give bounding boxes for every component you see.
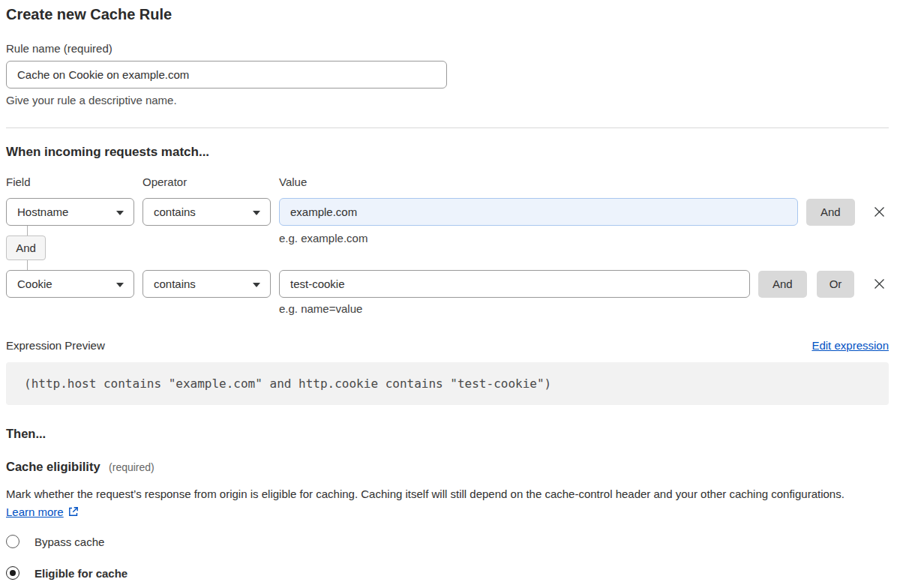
column-labels: Field Operator Value bbox=[6, 176, 889, 188]
field-column-label: Field bbox=[6, 176, 142, 188]
close-icon bbox=[873, 206, 886, 218]
chevron-down-icon bbox=[116, 283, 124, 287]
field-select-row-1-value: Hostname bbox=[17, 206, 68, 218]
connector-line-bottom bbox=[27, 260, 28, 270]
add-or-condition-button-row-2[interactable]: Or bbox=[817, 271, 855, 298]
expression-preview-header: Expression Preview Edit expression bbox=[6, 339, 889, 352]
then-heading: Then... bbox=[6, 426, 889, 441]
match-row-2: Cookie contains And Or bbox=[6, 270, 889, 298]
value-hint-row-1: e.g. example.com bbox=[279, 232, 368, 244]
value-column-label: Value bbox=[279, 176, 307, 188]
remove-condition-button-row-2[interactable] bbox=[873, 278, 886, 290]
radio-option-bypass-cache[interactable]: Bypass cache bbox=[6, 535, 104, 548]
expression-code-block: (http.host contains "example.com" and ht… bbox=[6, 362, 889, 405]
learn-more-link[interactable]: Learn more bbox=[6, 506, 64, 518]
match-heading: When incoming requests match... bbox=[6, 145, 889, 160]
cache-eligibility-header: Cache eligibility (required) bbox=[6, 459, 889, 475]
operator-select-row-1-value: contains bbox=[154, 206, 196, 218]
operator-select-row-2[interactable]: contains bbox=[142, 270, 271, 298]
rule-name-helper: Give your rule a descriptive name. bbox=[6, 94, 889, 106]
radio-option-eligible-for-cache[interactable]: Eligible for cache bbox=[6, 566, 128, 580]
rule-name-label: Rule name (required) bbox=[6, 42, 889, 55]
condition-connector-area: And e.g. example.com bbox=[6, 226, 889, 270]
operator-select-row-2-value: contains bbox=[154, 278, 196, 290]
cache-eligibility-description: Mark whether the request’s response from… bbox=[6, 485, 872, 521]
field-select-row-2-value: Cookie bbox=[17, 278, 52, 290]
external-link-icon bbox=[68, 506, 79, 518]
operator-select-row-1[interactable]: contains bbox=[142, 198, 271, 226]
close-icon bbox=[873, 278, 886, 290]
expression-preview-label: Expression Preview bbox=[6, 339, 105, 352]
value-input-row-2[interactable] bbox=[279, 270, 750, 298]
connector-line-top bbox=[27, 226, 28, 236]
operator-column-label: Operator bbox=[142, 176, 279, 188]
add-and-condition-button-row-2[interactable]: And bbox=[758, 271, 807, 298]
edit-expression-link[interactable]: Edit expression bbox=[812, 339, 889, 352]
value-hint-row-2: e.g. name=value bbox=[279, 302, 889, 315]
radio-label-bypass-cache: Bypass cache bbox=[34, 536, 104, 548]
chevron-down-icon bbox=[116, 211, 124, 215]
cache-eligibility-title: Cache eligibility bbox=[6, 460, 100, 473]
match-row-1: Hostname contains And bbox=[6, 198, 889, 226]
radio-unchecked-icon bbox=[6, 535, 20, 548]
create-cache-rule-page: Create new Cache Rule Rule name (require… bbox=[0, 0, 900, 588]
connector-and-toggle-button[interactable]: And bbox=[6, 236, 46, 260]
field-select-row-2[interactable]: Cookie bbox=[6, 270, 134, 298]
page-title: Create new Cache Rule bbox=[6, 4, 889, 24]
radio-checked-icon bbox=[6, 566, 20, 580]
value-input-row-1[interactable] bbox=[279, 198, 798, 226]
radio-label-eligible-for-cache: Eligible for cache bbox=[34, 567, 128, 580]
rule-name-input[interactable] bbox=[6, 61, 447, 88]
section-divider bbox=[6, 128, 889, 128]
remove-condition-button-row-1[interactable] bbox=[873, 206, 886, 218]
chevron-down-icon bbox=[253, 283, 260, 287]
description-text: Mark whether the request’s response from… bbox=[6, 488, 844, 500]
required-indicator: (required) bbox=[109, 461, 154, 473]
add-and-condition-button-row-1[interactable]: And bbox=[806, 199, 855, 226]
chevron-down-icon bbox=[253, 211, 260, 215]
field-select-row-1[interactable]: Hostname bbox=[6, 198, 134, 226]
